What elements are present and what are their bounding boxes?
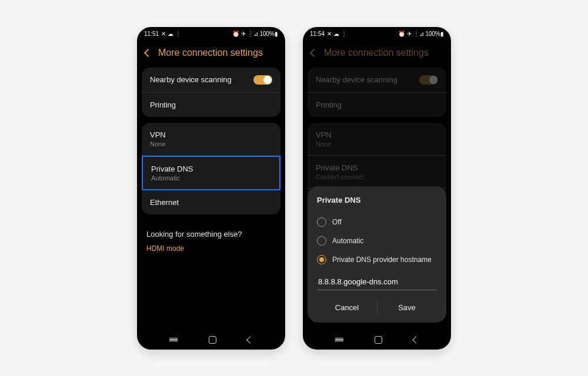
private-dns-sub: Automatic — [151, 174, 193, 182]
nearby-scanning-toggle[interactable] — [253, 75, 272, 85]
settings-section-1: Nearby device scanning Printing — [142, 68, 280, 117]
page-title: More connection settings — [158, 48, 263, 58]
radio-automatic-icon[interactable] — [317, 236, 326, 246]
radio-automatic-label: Automatic — [332, 237, 363, 245]
status-time: 11:54 — [310, 31, 325, 37]
page-title: More connection settings — [324, 48, 429, 58]
nearby-scanning-label: Nearby device scanning — [150, 75, 232, 84]
nav-home-icon[interactable] — [209, 336, 216, 344]
vpn-row[interactable]: VPN None — [142, 123, 280, 156]
private-dns-row[interactable]: Private DNS Automatic — [142, 156, 280, 190]
vpn-row: VPN None — [308, 123, 446, 156]
radio-hostname-icon[interactable] — [317, 255, 326, 264]
nearby-scanning-label: Nearby device scanning — [316, 75, 397, 84]
ethernet-row[interactable]: Ethernet — [142, 190, 280, 214]
dns-hostname-input[interactable]: 8.8.8.8.google-dns.com — [317, 274, 437, 290]
nav-back-icon[interactable] — [246, 336, 254, 344]
back-icon[interactable] — [144, 48, 152, 56]
status-left-icons: ✕ ☁ ⋮ — [161, 31, 181, 37]
private-dns-label: Private DNS — [316, 163, 364, 172]
nav-back-icon[interactable] — [412, 336, 420, 344]
radio-hostname-label: Private DNS provider hostname — [332, 256, 432, 264]
private-dns-sub: Couldn't connect — [316, 173, 364, 180]
nearby-scanning-row: Nearby device scanning — [308, 68, 446, 93]
nav-recent-icon[interactable] — [169, 338, 178, 341]
vpn-sub: None — [150, 140, 166, 147]
settings-section-1: Nearby device scanning Printing — [308, 68, 446, 117]
page-header: More connection settings — [303, 39, 451, 68]
hdmi-mode-link[interactable]: HDMI mode — [146, 244, 276, 253]
radio-off-row[interactable]: Off — [317, 213, 437, 231]
status-right-icons: ⏰ ✈ ⋮⊿ 100%▮ — [398, 31, 444, 37]
looking-question: Looking for something else? — [146, 230, 276, 239]
nav-recent-icon[interactable] — [335, 338, 343, 341]
vpn-sub: None — [316, 140, 332, 147]
printing-row[interactable]: Printing — [142, 93, 280, 117]
settings-section-2: VPN None Private DNS Automatic Ethernet — [142, 123, 280, 214]
phone-screenshot-left: 11:51 ✕ ☁ ⋮ ⏰ ✈ ⋮⊿ 100%▮ More connection… — [137, 27, 285, 350]
nav-home-icon[interactable] — [375, 336, 382, 344]
ethernet-label: Ethernet — [150, 198, 179, 207]
phone-screenshot-right: 11:54 ✕ ☁ ⋮ ⏰ ✈ ⋮⊿ 100%▮ More connection… — [303, 27, 451, 350]
save-button[interactable]: Save — [377, 298, 437, 317]
nearby-scanning-toggle — [419, 75, 438, 85]
radio-automatic-row[interactable]: Automatic — [317, 231, 437, 250]
cancel-button[interactable]: Cancel — [317, 298, 377, 317]
vpn-label: VPN — [316, 130, 332, 139]
nav-bar — [303, 336, 451, 344]
dialog-actions: Cancel Save — [317, 298, 437, 317]
back-icon[interactable] — [310, 48, 318, 56]
printing-label: Printing — [150, 100, 176, 109]
nearby-scanning-row[interactable]: Nearby device scanning — [142, 68, 280, 93]
nav-bar — [137, 336, 285, 344]
radio-off-label: Off — [332, 218, 342, 226]
private-dns-label: Private DNS — [151, 164, 193, 173]
status-right-icons: ⏰ ✈ ⋮⊿ 100%▮ — [232, 31, 278, 37]
status-left-icons: ✕ ☁ ⋮ — [327, 31, 347, 37]
looking-section: Looking for something else? HDMI mode — [137, 220, 285, 262]
printing-row: Printing — [308, 93, 446, 117]
vpn-label: VPN — [150, 130, 166, 139]
dialog-title: Private DNS — [317, 196, 437, 204]
radio-off-icon[interactable] — [317, 217, 326, 227]
page-header: More connection settings — [137, 39, 285, 68]
radio-hostname-row[interactable]: Private DNS provider hostname — [317, 250, 437, 269]
private-dns-row: Private DNS Couldn't connect — [308, 156, 446, 189]
status-bar: 11:51 ✕ ☁ ⋮ ⏰ ✈ ⋮⊿ 100%▮ — [137, 27, 285, 39]
private-dns-dialog: Private DNS Off Automatic Private DNS pr… — [308, 186, 446, 323]
printing-label: Printing — [316, 100, 342, 109]
status-bar: 11:54 ✕ ☁ ⋮ ⏰ ✈ ⋮⊿ 100%▮ — [303, 27, 451, 39]
status-time: 11:51 — [144, 31, 159, 37]
